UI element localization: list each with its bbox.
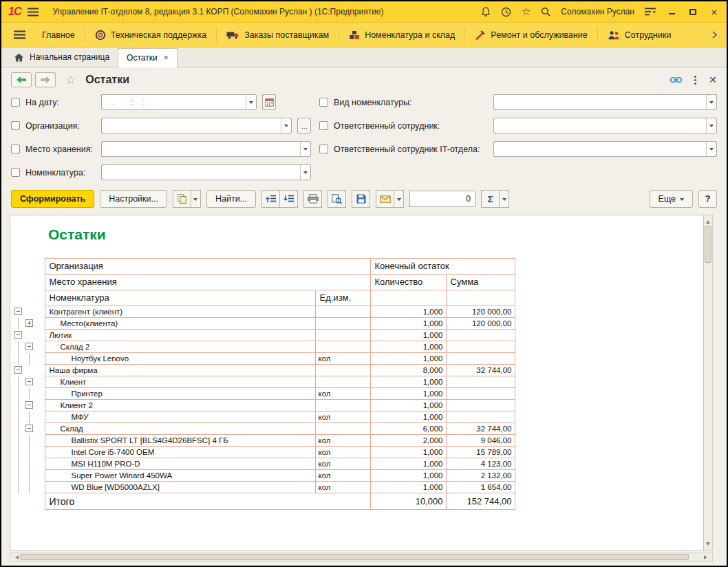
row-name[interactable]: Ballistix SPORT LT [BLS4G4D26BFSC] 4 ГБ: [45, 435, 315, 447]
tab-close-icon[interactable]: ×: [164, 53, 169, 63]
collapse-group-expander[interactable]: −: [14, 308, 22, 315]
filter-checkbox[interactable]: [319, 98, 328, 107]
settings-button[interactable]: Настройки...: [100, 190, 167, 208]
horizontal-scroll-thumb[interactable]: [20, 554, 689, 560]
save-icon[interactable]: [352, 190, 370, 208]
scroll-up-arrow[interactable]: [706, 218, 710, 224]
tab-home[interactable]: Начальная страница: [6, 47, 118, 67]
tree-guide-line: [29, 353, 30, 365]
more-actions-button[interactable]: Еще: [650, 190, 693, 208]
menu-item-4[interactable]: Номенклатура и склад: [339, 23, 464, 47]
filter-combo-input[interactable]: [493, 94, 717, 110]
vertical-scrollbar[interactable]: [704, 215, 713, 551]
filter-combo-input[interactable]: [493, 118, 717, 133]
collapse-group-expander[interactable]: −: [25, 401, 33, 409]
row-name[interactable]: Клиент 2: [45, 400, 315, 411]
row-name[interactable]: Принтер: [45, 388, 315, 400]
row-name[interactable]: Ноутбук Lenovo: [45, 353, 315, 365]
row-name[interactable]: Лютик: [45, 330, 315, 341]
find-button[interactable]: Найти...: [206, 190, 256, 208]
favorite-star-icon[interactable]: ☆: [65, 73, 76, 87]
filter-checkbox[interactable]: [319, 145, 328, 153]
horizontal-scrollbar[interactable]: [10, 553, 713, 561]
combo-dropdown-button[interactable]: [300, 165, 310, 180]
ellipsis-button[interactable]: ...: [297, 118, 311, 133]
scroll-right-arrow[interactable]: [704, 555, 709, 559]
print-preview-icon[interactable]: [328, 190, 346, 208]
collapse-group-expander[interactable]: −: [14, 366, 22, 374]
menu-item-2[interactable]: Техническая поддержка: [85, 23, 216, 47]
notifications-bell-icon[interactable]: [481, 7, 491, 17]
combo-dropdown-button[interactable]: [246, 95, 256, 109]
filter-checkbox[interactable]: [11, 98, 20, 107]
row-name[interactable]: Intel Core i5-7400 OEM: [45, 447, 315, 458]
row-name[interactable]: МФУ: [45, 411, 315, 423]
row-name[interactable]: Наша фирма: [45, 365, 315, 376]
minimize-button[interactable]: [666, 7, 677, 17]
row-name[interactable]: WD Blue [WD5000AZLX]: [45, 482, 315, 493]
vertical-scroll-thumb[interactable]: [705, 226, 711, 263]
collapse-group-expander[interactable]: −: [14, 331, 22, 339]
combo-dropdown-button[interactable]: [300, 142, 310, 156]
history-icon[interactable]: [501, 7, 511, 17]
tab-ostatki[interactable]: Остатки ×: [118, 48, 178, 67]
date-input[interactable]: . . : :: [101, 94, 257, 110]
row-name[interactable]: Склад: [45, 423, 315, 435]
favorites-star-icon[interactable]: ☆: [522, 6, 531, 18]
forward-button[interactable]: [35, 72, 56, 87]
row-name[interactable]: Место(клиента): [45, 318, 315, 330]
maximize-button[interactable]: [687, 7, 698, 17]
collapse-group-expander[interactable]: −: [25, 425, 33, 432]
menu-item-3[interactable]: Заказы поставщикам: [217, 23, 339, 47]
expand-group-expander[interactable]: +: [25, 319, 33, 327]
report-variants-dropdown[interactable]: [191, 190, 201, 208]
more-menu-icon[interactable]: [694, 76, 696, 78]
row-name[interactable]: Склад 2: [45, 341, 315, 353]
collapse-group-expander[interactable]: −: [25, 378, 33, 385]
menu-item-1[interactable]: Главное: [32, 23, 85, 47]
filter-combo-input[interactable]: [101, 141, 311, 157]
collapse-group-expander[interactable]: −: [25, 343, 33, 350]
menubar-overflow-chevron-icon[interactable]: [708, 31, 721, 39]
print-icon[interactable]: [303, 190, 322, 208]
filter-checkbox[interactable]: [11, 145, 20, 153]
combo-dropdown-button[interactable]: [706, 118, 716, 133]
row-name[interactable]: Контрагент (клиент): [45, 306, 315, 318]
filter-checkbox[interactable]: [11, 121, 20, 130]
filter-combo-input[interactable]: [101, 164, 311, 180]
search-icon[interactable]: [541, 7, 550, 17]
sections-menu-icon[interactable]: [7, 30, 32, 39]
combo-dropdown-button[interactable]: [281, 118, 291, 133]
calendar-button[interactable]: [262, 94, 276, 110]
scroll-left-arrow[interactable]: [13, 555, 19, 559]
row-name[interactable]: Super Power Winard 450WA: [45, 470, 315, 482]
filter-combo-input[interactable]: [493, 141, 717, 157]
close-window-button[interactable]: ×: [709, 6, 720, 18]
expand-groups-icon[interactable]: [279, 190, 298, 208]
scroll-down-arrow[interactable]: [706, 542, 710, 548]
report-variants-icon[interactable]: [173, 190, 191, 208]
counter-input[interactable]: 0: [409, 191, 475, 207]
back-button[interactable]: [11, 72, 32, 87]
email-dropdown[interactable]: [394, 190, 404, 208]
menu-item-5[interactable]: Ремонт и обслуживание: [465, 23, 597, 47]
collapse-groups-icon[interactable]: [261, 190, 280, 208]
service-menu-icon[interactable]: [645, 8, 656, 16]
menu-item-6[interactable]: Сотрудники: [598, 23, 681, 47]
filter-combo-input[interactable]: [101, 118, 292, 133]
combo-dropdown-button[interactable]: [706, 142, 716, 156]
get-link-icon[interactable]: [670, 76, 682, 83]
filter-checkbox[interactable]: [319, 121, 328, 130]
generate-button[interactable]: Сформировать: [11, 190, 94, 208]
combo-dropdown-button[interactable]: [706, 95, 716, 109]
current-user[interactable]: Соломахин Руслан: [561, 7, 634, 17]
email-icon[interactable]: [376, 190, 394, 208]
sum-dropdown[interactable]: [499, 190, 509, 208]
close-form-icon[interactable]: ✕: [709, 74, 717, 85]
help-button[interactable]: ?: [698, 190, 717, 208]
row-name[interactable]: Клиент: [45, 376, 315, 388]
filter-checkbox[interactable]: [11, 168, 20, 177]
main-menu-icon[interactable]: [28, 8, 39, 17]
sum-sigma-icon[interactable]: Σ: [481, 190, 500, 208]
row-name[interactable]: MSI H110M PRO-D: [45, 458, 315, 470]
